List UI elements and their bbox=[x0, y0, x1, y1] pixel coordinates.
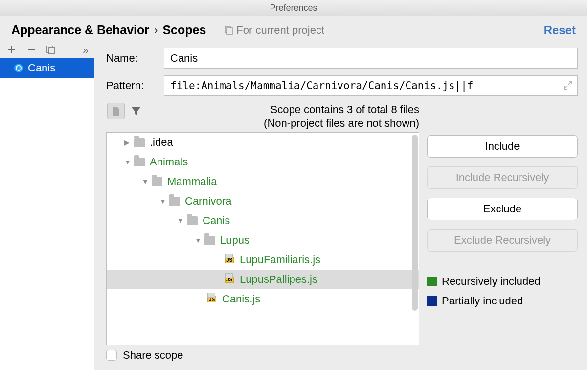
color-swatch bbox=[427, 296, 437, 306]
tree-row[interactable]: ▼ Animals bbox=[107, 152, 419, 172]
tree-row[interactable]: JS Canis.js bbox=[107, 289, 419, 309]
chevron-down-icon: ▼ bbox=[177, 217, 184, 225]
window-title: Preferences bbox=[0, 0, 587, 16]
remove-button[interactable] bbox=[26, 45, 37, 55]
scope-toolbar: » bbox=[0, 42, 94, 58]
tree-label: Lupus bbox=[220, 234, 249, 247]
tree-label: Carnivora bbox=[185, 195, 231, 208]
tree-row[interactable]: ▶ .idea bbox=[107, 133, 419, 152]
folder-icon bbox=[134, 138, 145, 147]
name-label: Name: bbox=[106, 52, 155, 65]
copy-button[interactable] bbox=[45, 45, 56, 55]
scope-count-text: Scope contains 3 of total 8 files (Non-p… bbox=[141, 103, 419, 130]
exclude-recursively-button[interactable]: Exclude Recursively bbox=[427, 229, 578, 252]
tree-label: LupusPallipes.js bbox=[240, 273, 317, 286]
pattern-value: file:Animals/Mammalia/Carnivora/Canis/Ca… bbox=[170, 80, 474, 92]
folder-icon bbox=[169, 197, 180, 206]
exclude-button[interactable]: Exclude bbox=[427, 198, 578, 220]
reset-button[interactable]: Reset bbox=[544, 23, 576, 37]
svg-rect-1 bbox=[227, 28, 232, 34]
tree-row[interactable]: JS LupuFamiliaris.js bbox=[107, 250, 419, 270]
file-tree[interactable]: ▶ .idea ▼ Animals ▼ bbox=[106, 132, 419, 345]
scope-item-label: Canis bbox=[28, 62, 55, 74]
expand-button[interactable]: » bbox=[80, 45, 91, 55]
folder-icon bbox=[187, 216, 198, 225]
file-icon bbox=[112, 106, 120, 116]
tree-label: LupuFamiliaris.js bbox=[240, 254, 320, 266]
tree-label: Canis.js bbox=[222, 293, 260, 305]
breadcrumb-page: Scopes bbox=[162, 23, 206, 37]
include-button[interactable]: Include bbox=[427, 135, 578, 158]
filter-button[interactable] bbox=[131, 106, 141, 116]
tree-row[interactable]: ▼ Canis bbox=[107, 211, 419, 231]
scope-list: Canis bbox=[0, 58, 94, 370]
breadcrumb-root[interactable]: Appearance & Behavior bbox=[11, 23, 149, 37]
folder-icon bbox=[204, 236, 215, 245]
tree-label: Canis bbox=[203, 214, 230, 227]
tree-row[interactable]: JS LupusPallipes.js bbox=[107, 270, 419, 289]
folder-icon bbox=[152, 177, 162, 186]
add-button[interactable] bbox=[6, 45, 17, 55]
filter-icon bbox=[131, 106, 141, 116]
svg-rect-3 bbox=[49, 47, 54, 54]
chevron-down-icon: ▼ bbox=[124, 158, 131, 166]
pattern-field[interactable]: file:Animals/Mammalia/Carnivora/Canis/Ca… bbox=[164, 75, 578, 96]
expand-icon[interactable] bbox=[563, 80, 573, 91]
tree-label: .idea bbox=[150, 136, 173, 149]
js-file-icon: JS bbox=[224, 275, 235, 284]
pattern-label: Pattern: bbox=[106, 79, 155, 92]
project-hint-text: For current project bbox=[236, 24, 324, 37]
tree-row[interactable]: ▼ Lupus bbox=[107, 231, 419, 250]
legend-recursive: Recursively included bbox=[427, 275, 578, 288]
chevron-down-icon: ▼ bbox=[142, 178, 149, 186]
name-field[interactable] bbox=[164, 48, 578, 69]
folder-icon bbox=[134, 158, 145, 166]
copy-icon bbox=[225, 26, 233, 35]
share-scope-label: Share scope bbox=[123, 349, 183, 362]
scrollbar[interactable] bbox=[412, 135, 418, 311]
breadcrumb: Appearance & Behavior › Scopes For curre… bbox=[0, 16, 587, 42]
include-recursively-button[interactable]: Include Recursively bbox=[427, 166, 578, 189]
legend-partial: Partially included bbox=[427, 295, 578, 307]
chevron-down-icon: ▼ bbox=[159, 197, 166, 205]
chevron-down-icon: ▼ bbox=[195, 236, 202, 244]
tree-row[interactable]: ▼ Mammalia bbox=[107, 172, 419, 191]
tree-label: Animals bbox=[150, 156, 188, 168]
tree-row[interactable]: ▼ Carnivora bbox=[107, 191, 419, 211]
tree-label: Mammalia bbox=[167, 175, 217, 188]
toggle-view-button[interactable] bbox=[107, 103, 125, 119]
js-file-icon: JS bbox=[224, 255, 235, 264]
project-hint: For current project bbox=[225, 24, 324, 37]
scope-list-item[interactable]: Canis bbox=[0, 58, 94, 78]
chevron-right-icon: › bbox=[154, 24, 158, 37]
share-scope-checkbox[interactable] bbox=[106, 350, 117, 361]
color-swatch bbox=[427, 277, 437, 286]
radio-icon bbox=[14, 64, 23, 72]
js-file-icon: JS bbox=[206, 295, 217, 303]
chevron-right-icon: ▶ bbox=[124, 139, 131, 146]
